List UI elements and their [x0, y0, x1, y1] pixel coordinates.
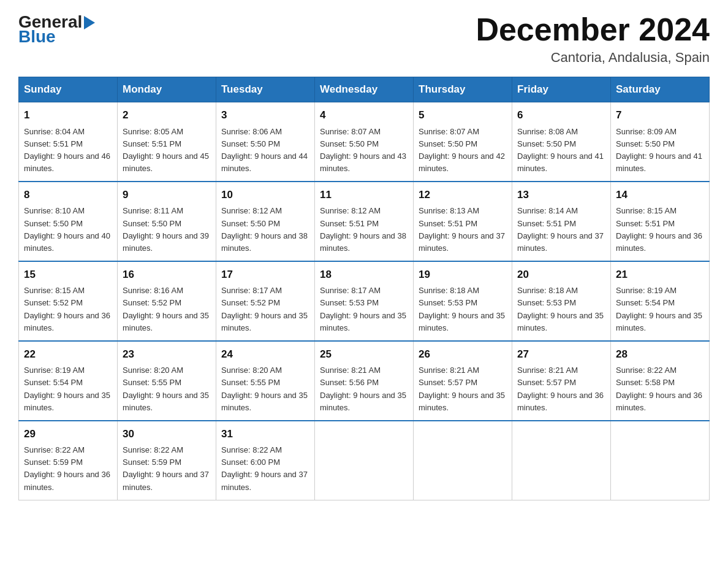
day-number: 13	[517, 187, 605, 203]
day-info: Sunrise: 8:04 AMSunset: 5:51 PMDaylight:…	[24, 127, 110, 173]
day-number: 18	[320, 267, 408, 283]
day-number: 20	[517, 267, 605, 283]
day-number: 6	[517, 107, 605, 123]
day-number: 19	[419, 267, 507, 283]
day-info: Sunrise: 8:10 AMSunset: 5:50 PMDaylight:…	[24, 206, 110, 252]
day-info: Sunrise: 8:17 AMSunset: 5:53 PMDaylight:…	[320, 286, 406, 332]
day-info: Sunrise: 8:07 AMSunset: 5:50 PMDaylight:…	[320, 127, 406, 173]
calendar-day-cell: 28 Sunrise: 8:22 AMSunset: 5:58 PMDaylig…	[611, 341, 710, 421]
calendar-day-cell: 16 Sunrise: 8:16 AMSunset: 5:52 PMDaylig…	[118, 261, 216, 341]
calendar-day-cell: 27 Sunrise: 8:21 AMSunset: 5:57 PMDaylig…	[512, 341, 611, 421]
day-info: Sunrise: 8:06 AMSunset: 5:50 PMDaylight:…	[221, 127, 308, 173]
day-number: 15	[24, 267, 112, 283]
day-info: Sunrise: 8:21 AMSunset: 5:56 PMDaylight:…	[320, 366, 406, 412]
calendar-day-cell: 21 Sunrise: 8:19 AMSunset: 5:54 PMDaylig…	[611, 261, 710, 341]
calendar-day-cell: 3 Sunrise: 8:06 AMSunset: 5:50 PMDayligh…	[216, 102, 315, 182]
day-number: 21	[616, 267, 704, 283]
day-info: Sunrise: 8:21 AMSunset: 5:57 PMDaylight:…	[517, 366, 604, 412]
calendar-day-cell: 17 Sunrise: 8:17 AMSunset: 5:52 PMDaylig…	[216, 261, 315, 341]
logo-blue-text: Blue	[18, 27, 56, 47]
day-info: Sunrise: 8:22 AMSunset: 5:58 PMDaylight:…	[616, 366, 702, 412]
day-number: 12	[419, 187, 507, 203]
calendar-day-cell: 29 Sunrise: 8:22 AMSunset: 5:59 PMDaylig…	[19, 421, 118, 500]
calendar-day-cell: 26 Sunrise: 8:21 AMSunset: 5:57 PMDaylig…	[414, 341, 512, 421]
calendar-day-cell: 18 Sunrise: 8:17 AMSunset: 5:53 PMDaylig…	[315, 261, 414, 341]
calendar-day-cell: 4 Sunrise: 8:07 AMSunset: 5:50 PMDayligh…	[315, 102, 414, 182]
weekday-header-wednesday: Wednesday	[315, 77, 414, 102]
calendar-week-row: 8 Sunrise: 8:10 AMSunset: 5:50 PMDayligh…	[19, 182, 710, 261]
calendar-week-row: 22 Sunrise: 8:19 AMSunset: 5:54 PMDaylig…	[19, 341, 710, 421]
calendar-day-cell: 25 Sunrise: 8:21 AMSunset: 5:56 PMDaylig…	[315, 341, 414, 421]
day-number: 4	[320, 107, 408, 123]
calendar-day-cell	[512, 421, 611, 500]
calendar-week-row: 15 Sunrise: 8:15 AMSunset: 5:52 PMDaylig…	[19, 261, 710, 341]
weekday-header-monday: Monday	[118, 77, 216, 102]
day-number: 3	[221, 107, 309, 123]
day-info: Sunrise: 8:17 AMSunset: 5:52 PMDaylight:…	[221, 286, 308, 332]
day-number: 26	[419, 347, 507, 362]
calendar-week-row: 29 Sunrise: 8:22 AMSunset: 5:59 PMDaylig…	[19, 421, 710, 500]
calendar-day-cell: 30 Sunrise: 8:22 AMSunset: 5:59 PMDaylig…	[118, 421, 216, 500]
day-info: Sunrise: 8:16 AMSunset: 5:52 PMDaylight:…	[123, 286, 209, 332]
day-info: Sunrise: 8:19 AMSunset: 5:54 PMDaylight:…	[616, 286, 702, 332]
day-number: 11	[320, 187, 408, 203]
day-info: Sunrise: 8:22 AMSunset: 5:59 PMDaylight:…	[24, 445, 110, 491]
calendar-day-cell: 8 Sunrise: 8:10 AMSunset: 5:50 PMDayligh…	[19, 182, 118, 261]
day-number: 1	[24, 107, 112, 123]
day-number: 27	[517, 347, 605, 362]
day-info: Sunrise: 8:18 AMSunset: 5:53 PMDaylight:…	[419, 286, 505, 332]
day-number: 17	[221, 267, 309, 283]
month-title: December 2024	[476, 12, 710, 47]
day-info: Sunrise: 8:12 AMSunset: 5:51 PMDaylight:…	[320, 206, 406, 252]
calendar-day-cell: 14 Sunrise: 8:15 AMSunset: 5:51 PMDaylig…	[611, 182, 710, 261]
calendar-day-cell: 24 Sunrise: 8:20 AMSunset: 5:55 PMDaylig…	[216, 341, 315, 421]
day-number: 2	[123, 107, 211, 123]
day-info: Sunrise: 8:08 AMSunset: 5:50 PMDaylight:…	[517, 127, 604, 173]
calendar-day-cell	[611, 421, 710, 500]
location: Cantoria, Andalusia, Spain	[476, 50, 710, 66]
day-number: 29	[24, 426, 112, 442]
day-number: 5	[419, 107, 507, 123]
calendar-week-row: 1 Sunrise: 8:04 AMSunset: 5:51 PMDayligh…	[19, 102, 710, 182]
calendar-day-cell: 19 Sunrise: 8:18 AMSunset: 5:53 PMDaylig…	[414, 261, 512, 341]
day-info: Sunrise: 8:13 AMSunset: 5:51 PMDaylight:…	[419, 206, 505, 252]
day-info: Sunrise: 8:22 AMSunset: 5:59 PMDaylight:…	[123, 445, 209, 491]
page-header: General Blue December 2024 Cantoria, And…	[18, 12, 710, 66]
day-info: Sunrise: 8:09 AMSunset: 5:50 PMDaylight:…	[616, 127, 702, 173]
day-info: Sunrise: 8:15 AMSunset: 5:51 PMDaylight:…	[616, 206, 702, 252]
logo: General Blue	[18, 12, 95, 47]
title-block: December 2024 Cantoria, Andalusia, Spain	[476, 12, 710, 66]
weekday-header-row: SundayMondayTuesdayWednesdayThursdayFrid…	[19, 77, 710, 102]
day-number: 9	[123, 187, 211, 203]
calendar-day-cell: 15 Sunrise: 8:15 AMSunset: 5:52 PMDaylig…	[19, 261, 118, 341]
weekday-header-thursday: Thursday	[414, 77, 512, 102]
day-info: Sunrise: 8:21 AMSunset: 5:57 PMDaylight:…	[419, 366, 505, 412]
weekday-header-tuesday: Tuesday	[216, 77, 315, 102]
calendar-day-cell: 31 Sunrise: 8:22 AMSunset: 6:00 PMDaylig…	[216, 421, 315, 500]
day-number: 30	[123, 426, 211, 442]
day-info: Sunrise: 8:20 AMSunset: 5:55 PMDaylight:…	[221, 366, 308, 412]
day-info: Sunrise: 8:07 AMSunset: 5:50 PMDaylight:…	[419, 127, 505, 173]
logo-arrow-icon	[84, 16, 95, 29]
day-number: 24	[221, 347, 309, 362]
day-number: 25	[320, 347, 408, 362]
day-info: Sunrise: 8:19 AMSunset: 5:54 PMDaylight:…	[24, 366, 110, 412]
day-info: Sunrise: 8:11 AMSunset: 5:50 PMDaylight:…	[123, 206, 209, 252]
day-number: 16	[123, 267, 211, 283]
calendar-day-cell	[414, 421, 512, 500]
day-info: Sunrise: 8:20 AMSunset: 5:55 PMDaylight:…	[123, 366, 209, 412]
weekday-header-sunday: Sunday	[19, 77, 118, 102]
calendar-day-cell: 20 Sunrise: 8:18 AMSunset: 5:53 PMDaylig…	[512, 261, 611, 341]
day-info: Sunrise: 8:12 AMSunset: 5:50 PMDaylight:…	[221, 206, 308, 252]
day-number: 28	[616, 347, 704, 362]
day-number: 22	[24, 347, 112, 362]
day-info: Sunrise: 8:22 AMSunset: 6:00 PMDaylight:…	[221, 445, 308, 491]
calendar-day-cell: 11 Sunrise: 8:12 AMSunset: 5:51 PMDaylig…	[315, 182, 414, 261]
day-number: 10	[221, 187, 309, 203]
calendar-day-cell: 12 Sunrise: 8:13 AMSunset: 5:51 PMDaylig…	[414, 182, 512, 261]
calendar-day-cell: 6 Sunrise: 8:08 AMSunset: 5:50 PMDayligh…	[512, 102, 611, 182]
day-number: 14	[616, 187, 704, 203]
calendar-day-cell: 2 Sunrise: 8:05 AMSunset: 5:51 PMDayligh…	[118, 102, 216, 182]
calendar-day-cell: 5 Sunrise: 8:07 AMSunset: 5:50 PMDayligh…	[414, 102, 512, 182]
day-info: Sunrise: 8:18 AMSunset: 5:53 PMDaylight:…	[517, 286, 604, 332]
